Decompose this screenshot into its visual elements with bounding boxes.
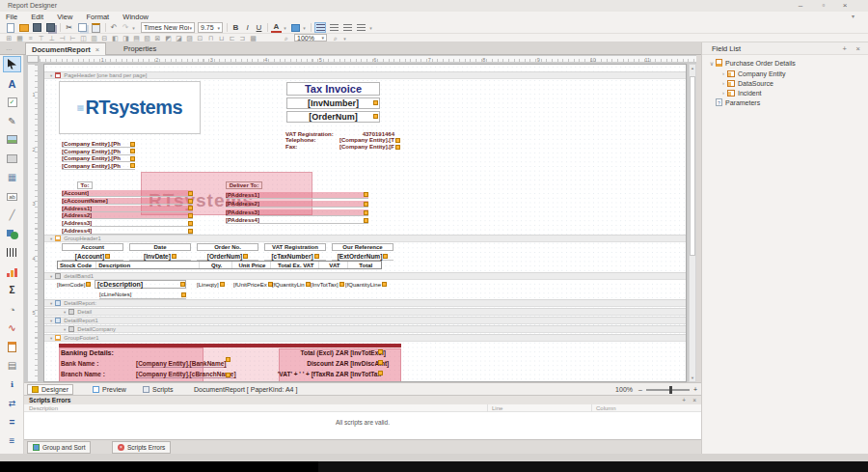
binding-marker-icon[interactable] [364,210,368,215]
undo-button[interactable]: ↶ [108,22,120,33]
layout-tool-icon[interactable]: ▨ [184,35,195,42]
paste-button[interactable] [90,22,102,33]
zoom-dropdown[interactable]: ▾ [341,35,348,42]
align-left-button[interactable] [314,22,326,33]
binding-marker-icon[interactable] [188,229,193,234]
expander-closed-icon[interactable]: › [719,90,727,96]
binding-marker-icon[interactable] [364,192,368,197]
new-report-button[interactable] [4,22,16,33]
deliver-field[interactable]: [PAddress3] [226,209,368,216]
close-panel-icon[interactable]: × [856,42,860,55]
bill-field[interactable]: [Address4] [62,228,193,235]
bill-field[interactable]: [Address2] [62,212,193,219]
shape-tool[interactable] [3,226,21,242]
open-button[interactable] [17,22,30,33]
checkbox-tool[interactable]: ✓ [3,94,21,110]
line-notes-field[interactable]: [cLineNotes] [99,291,186,299]
layout-tool-icon[interactable]: ◨ [121,35,131,42]
tab-close-icon[interactable]: × [95,45,99,54]
align-center-button[interactable] [328,22,339,33]
detail-field[interactable]: [ItemCode] [57,280,91,289]
binding-marker-icon[interactable] [220,282,225,287]
copy-button[interactable] [76,22,89,33]
binding-marker-icon[interactable] [130,163,135,168]
layout-tool-icon[interactable]: ◧ [110,35,121,42]
binding-marker-icon[interactable] [188,221,193,226]
chart-tool[interactable] [3,264,21,280]
toc-tool[interactable] [3,339,21,355]
binding-marker-icon[interactable] [188,199,193,204]
binding-marker-icon[interactable] [395,138,400,143]
layout-tool-icon[interactable]: ⊥ [46,35,57,42]
pin-icon[interactable]: + [843,42,847,55]
font-color-button[interactable]: A [271,22,282,33]
info-value[interactable]: [OrderNum] [197,252,258,261]
deliver-to-label[interactable]: Deliver To: [226,181,262,189]
branch-name-label[interactable]: Branch Name : [61,371,105,377]
close-panel-icon[interactable]: × [692,396,696,404]
discount-label[interactable]: Discount [266,360,334,367]
align-justify-button[interactable] [355,22,366,33]
band-expander-icon[interactable]: ▾ [50,319,52,323]
pin-icon[interactable]: + [682,396,686,404]
expander-closed-icon[interactable]: › [719,80,727,86]
binding-marker-icon[interactable] [130,149,135,153]
band-detail[interactable]: ▾ detailBand1 [44,272,687,280]
zoom-in-button[interactable]: + [693,386,697,393]
table-tool[interactable]: ▦ [3,169,21,185]
panel-tool[interactable] [3,151,21,167]
band-detailreport[interactable]: ▾ DetailReport: [44,299,687,307]
layout-tool-icon[interactable]: ◩ [163,35,174,42]
expander-open-icon[interactable]: ∨ [708,60,716,67]
total-excl-value[interactable]: ZAR [InvTotExcl] [336,349,377,356]
company-field[interactable]: [Company Entity].[Ph [62,141,135,148]
binding-marker-icon[interactable] [86,282,91,287]
font-size-combobox[interactable]: 9.75▾ [198,22,223,33]
zoom-out-button[interactable]: – [638,386,642,393]
detail-field[interactable]: [fQuantityLin [272,280,311,289]
layout-tool-icon[interactable]: ⊣ [57,35,68,42]
close-button[interactable]: × [837,0,853,12]
banking-details-title[interactable]: Banking Details: [61,349,114,356]
to-label[interactable]: To: [77,181,93,189]
layout-tool-icon[interactable]: ≡ [25,35,36,42]
undo-dropdown[interactable]: ▾ [130,22,137,33]
binding-marker-icon[interactable] [364,218,368,223]
band-expander-icon[interactable]: ▾ [50,236,52,241]
binding-marker-icon[interactable] [226,373,231,377]
tab-scripts[interactable]: Scripts [139,384,176,395]
tree-item-incident[interactable]: › Incident [702,88,868,97]
page-info-tool[interactable]: ℹ [3,376,21,393]
detail-field[interactable]: [InvTotTax] [311,280,344,289]
binding-marker-icon[interactable] [172,254,176,259]
cross-band-line-tool[interactable]: = [3,414,21,430]
deliver-field[interactable]: [PAddress1] [226,192,368,199]
column-description[interactable]: Description [29,404,58,412]
binding-marker-icon[interactable] [378,349,383,354]
scroll-up-icon[interactable]: ▲ [690,66,695,70]
toolbar-overflow-icon[interactable]: ▾ [846,12,860,20]
binding-marker-icon[interactable] [226,357,231,362]
info-header[interactable]: VAT Registration [264,243,326,251]
tree-item-datasource[interactable]: › DataSource [702,78,868,88]
layout-tool-icon[interactable]: ▦ [14,35,25,42]
binding-marker-icon[interactable] [378,360,383,365]
info-header[interactable]: Account [62,243,123,251]
line-tool[interactable]: ╱ [3,207,21,223]
detail-field[interactable]: [Lineqty] [197,280,225,289]
binding-marker-icon[interactable] [105,254,110,259]
barcode-tool[interactable] [3,244,21,261]
detail-field[interactable]: [fQuantityLine [345,280,387,289]
layout-tool-icon[interactable]: ▥ [89,35,99,42]
layout-tool-icon[interactable]: ▧ [142,35,152,42]
design-vertical-scrollbar[interactable]: ▲ ▼ [689,64,696,382]
order-num-field[interactable]: [OrderNum] [286,111,380,123]
detail-description-field[interactable]: [cDescription] [95,280,186,289]
binding-marker-icon[interactable] [188,213,193,218]
scrollbar-thumb[interactable] [690,76,695,256]
band-detailcompany[interactable]: ▾ DetailCompany [44,325,687,333]
deliver-field[interactable]: [PAddress4] [226,217,368,224]
save-button[interactable] [31,22,43,33]
cut-button[interactable]: ✂ [63,22,75,33]
sparkline-tool[interactable]: ∿ [3,319,21,336]
